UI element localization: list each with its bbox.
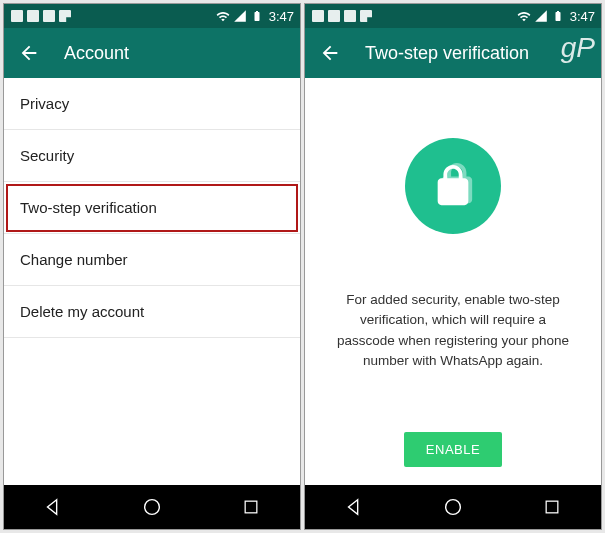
status-time: 3:47 [570,9,595,24]
phone-left: 3:47 Account Privacy Security Two-step v… [3,3,301,530]
back-button[interactable] [319,42,341,64]
notification-icon [311,9,325,23]
nav-back-button[interactable] [40,494,66,520]
phone-right: 3:47 Two-step verification gP For added … [304,3,602,530]
back-button[interactable] [18,42,40,64]
nav-recent-button[interactable] [238,494,264,520]
mail-icon [327,9,341,23]
two-step-content: For added security, enable two-step veri… [305,78,601,485]
status-right: 3:47 [517,9,595,24]
list-item-privacy[interactable]: Privacy [4,78,300,130]
mail-icon [26,9,40,23]
nav-back-button[interactable] [341,494,367,520]
list-item-two-step[interactable]: Two-step verification [4,182,300,234]
navigation-bar [305,485,601,529]
signal-icon [233,9,247,23]
list-item-label: Security [20,147,74,164]
page-title: Two-step verification [365,43,529,64]
notification-icon [10,9,24,23]
navigation-bar [4,485,300,529]
page-title: Account [64,43,129,64]
signal-icon [534,9,548,23]
wifi-icon [517,9,531,23]
lock-icon [405,138,501,234]
enable-button[interactable]: ENABLE [404,432,502,467]
svg-rect-1 [245,501,257,513]
photo-icon [343,9,357,23]
svg-point-2 [446,500,461,515]
nav-home-button[interactable] [440,494,466,520]
status-right: 3:47 [216,9,294,24]
nav-recent-button[interactable] [539,494,565,520]
app-bar: Account [4,28,300,78]
list-item-label: Two-step verification [20,199,157,216]
status-bar: 3:47 [305,4,601,28]
app-icon [58,9,72,23]
list-item-change-number[interactable]: Change number [4,234,300,286]
wifi-icon [216,9,230,23]
status-time: 3:47 [269,9,294,24]
list-item-label: Privacy [20,95,69,112]
list-item-delete-account[interactable]: Delete my account [4,286,300,338]
app-icon [359,9,373,23]
battery-icon [551,9,565,23]
list-item-security[interactable]: Security [4,130,300,182]
battery-icon [250,9,264,23]
photo-icon [42,9,56,23]
svg-point-0 [145,500,160,515]
nav-home-button[interactable] [139,494,165,520]
status-bar: 3:47 [4,4,300,28]
list-item-label: Change number [20,251,128,268]
app-bar: Two-step verification [305,28,601,78]
list-item-label: Delete my account [20,303,144,320]
status-left [10,9,72,23]
status-left [311,9,373,23]
svg-rect-3 [546,501,558,513]
two-step-description: For added security, enable two-step veri… [325,290,581,371]
account-list: Privacy Security Two-step verification C… [4,78,300,485]
